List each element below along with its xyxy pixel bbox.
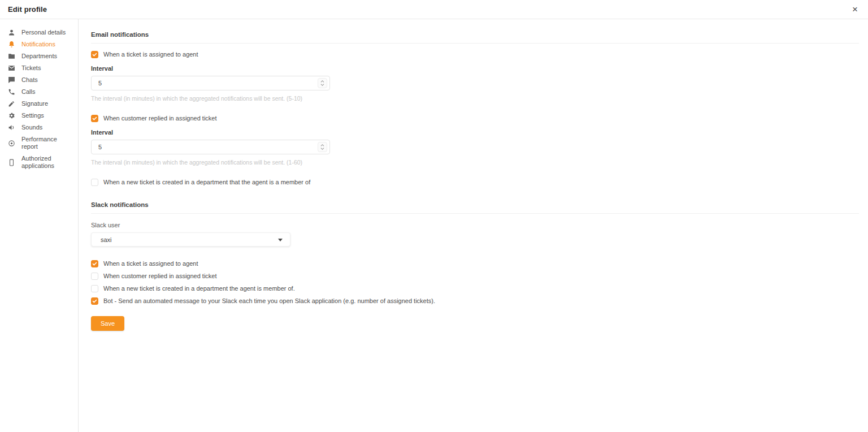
slack-option-row[interactable]: Bot - Send an automated message to your … [91,297,859,305]
sidebar-item-label: Calls [21,88,35,96]
checkbox-label: When customer replied in assigned ticket [103,273,217,280]
slack-option-row[interactable]: When a new ticket is created in a depart… [91,285,859,292]
main-content: Email notifications When a ticket is ass… [79,19,868,432]
stepper-icon[interactable] [318,142,327,152]
sidebar-item-label: Performance report [21,136,75,150]
folder-icon [8,53,15,60]
interval-input[interactable] [91,76,330,90]
interval-helper-text: The interval (in minutes) in which the a… [91,159,859,166]
sidebar-item-calls[interactable]: Calls [0,86,78,98]
sidebar-item-label: Settings [21,112,44,119]
slack-option-row[interactable]: When a ticket is assigned to agent [91,260,859,267]
sidebar-item-performance-report[interactable]: Performance report [0,133,78,153]
chat-icon [8,76,15,84]
person-icon [8,29,15,36]
sidebar-item-label: Signature [21,100,48,107]
titlebar: Edit profile × [0,0,868,19]
email-option-group: When a new ticket is created in a depart… [91,179,859,186]
gear-icon [8,112,15,119]
checkbox-label: When a ticket is assigned to agent [103,51,198,58]
sidebar-item-label: Personal details [21,29,66,36]
checkbox[interactable] [91,260,98,267]
slack-option-row[interactable]: When customer replied in assigned ticket [91,273,859,280]
email-options: When a ticket is assigned to agent Inter… [91,51,859,186]
stepper-icon[interactable] [318,78,327,88]
sidebar-item-notifications[interactable]: Notifications [0,38,78,50]
checkbox[interactable] [91,179,98,186]
sidebar-item-label: Chats [21,76,38,84]
email-option-row[interactable]: When a new ticket is created in a depart… [91,179,859,186]
checkbox-label: Bot - Send an automated message to your … [103,297,435,305]
chevron-down-icon [278,239,283,241]
sidebar-item-settings[interactable]: Settings [0,110,78,122]
bell-icon [8,41,15,48]
sidebar-item-departments[interactable]: Departments [0,50,78,62]
checkbox-label: When customer replied in assigned ticket [103,115,217,122]
checkbox[interactable] [91,297,98,305]
sidebar-item-tickets[interactable]: Tickets [0,62,78,74]
sidebar-item-label: Authorized applications [21,155,75,170]
interval-input[interactable] [91,140,330,154]
checkbox[interactable] [91,51,98,58]
page-title: Edit profile [8,5,47,14]
slack-section-heading: Slack notifications [91,201,859,208]
interval-field [91,76,330,90]
save-button[interactable]: Save [91,316,124,331]
section-divider [91,213,859,214]
email-option-group: When a ticket is assigned to agent Inter… [91,51,859,102]
sidebar-item-personal-details[interactable]: Personal details [0,27,78,38]
sidebar-item-label: Departments [21,53,57,60]
sidebar-item-label: Tickets [21,64,41,72]
sidebar-item-sounds[interactable]: Sounds [0,122,78,133]
slack-notifications-section: Slack notifications Slack user saxi When… [91,201,859,331]
sidebar-nav: Personal details Notifications Departmen… [0,19,79,432]
checkbox-label: When a new ticket is created in a depart… [103,285,295,292]
pen-icon [8,100,15,107]
section-divider [91,43,859,44]
checkbox[interactable] [91,115,98,122]
interval-field [91,140,330,154]
interval-label: Interval [91,129,859,136]
checkbox[interactable] [91,273,98,280]
email-section-heading: Email notifications [91,31,859,38]
sidebar-item-label: Notifications [21,41,55,48]
checkbox-label: When a ticket is assigned to agent [103,260,198,267]
target-icon [8,140,15,147]
email-option-row[interactable]: When a ticket is assigned to agent [91,51,859,58]
slack-options: When a ticket is assigned to agent When … [91,260,859,305]
sidebar-item-chats[interactable]: Chats [0,74,78,86]
email-notifications-section: Email notifications When a ticket is ass… [91,31,859,186]
phone-icon [8,88,15,96]
interval-helper-text: The interval (in minutes) in which the a… [91,95,859,102]
slack-user-label: Slack user [91,222,859,228]
checkbox[interactable] [91,285,98,292]
sidebar-item-label: Sounds [21,124,42,131]
slack-user-selected-value: saxi [101,236,112,243]
email-option-row[interactable]: When customer replied in assigned ticket [91,115,859,122]
email-option-group: When customer replied in assigned ticket… [91,115,859,166]
layout: Personal details Notifications Departmen… [0,19,868,432]
close-icon[interactable]: × [852,5,858,14]
speaker-icon [8,124,15,131]
slack-user-select[interactable]: saxi [91,232,290,247]
sidebar-item-signature[interactable]: Signature [0,98,78,110]
checkbox-label: When a new ticket is created in a depart… [103,179,310,186]
sidebar-item-authorized-applications[interactable]: Authorized applications [0,153,78,172]
interval-label: Interval [91,65,859,72]
envelope-icon [8,64,15,72]
smartphone-icon [8,159,15,166]
